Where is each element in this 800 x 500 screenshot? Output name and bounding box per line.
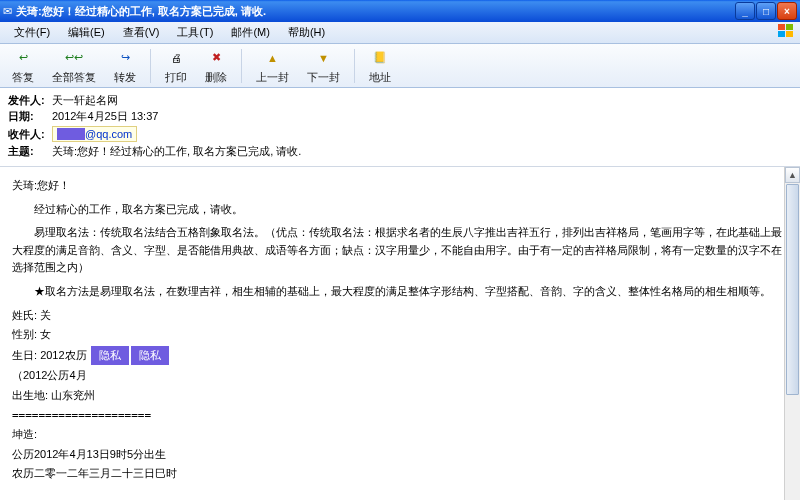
date-value: 2012年4月25日 13:37 xyxy=(52,109,158,124)
scrollbar[interactable]: ▲ ▼ xyxy=(784,167,800,500)
body-line: 经过精心的工作，取名方案已完成，请收。 xyxy=(12,201,788,219)
scroll-thumb[interactable] xyxy=(786,184,799,395)
reply-button[interactable]: ↩答复 xyxy=(6,45,40,87)
menu-tools[interactable]: 工具(T) xyxy=(169,23,221,42)
separator xyxy=(241,49,242,83)
body-line: 易理取名法：传统取名法结合五格剖象取名法。（优点：传统取名法：根据求名者的生辰八… xyxy=(12,224,788,277)
titlebar: ✉ 关琦:您好！经过精心的工作, 取名方案已完成, 请收. _ □ × xyxy=(0,0,800,22)
reply-all-button[interactable]: ↩↩全部答复 xyxy=(46,45,102,87)
menubar: 文件(F) 编辑(E) 查看(V) 工具(T) 邮件(M) 帮助(H) xyxy=(0,22,800,44)
mail-body: 关琦:您好！ 经过精心的工作，取名方案已完成，请收。 易理取名法：传统取名法结合… xyxy=(0,167,800,500)
address-book-icon: 📒 xyxy=(369,47,391,69)
privacy-tag: 隐私 xyxy=(91,346,129,366)
kun: 坤造: xyxy=(12,426,788,444)
maximize-button[interactable]: □ xyxy=(756,2,776,20)
mail-icon: ✉ xyxy=(3,5,12,18)
lunar: 农历二零一二年三月二十三日巳时 xyxy=(12,465,788,483)
gregorian: 公历2012年4月13日9时5分出生 xyxy=(12,446,788,464)
privacy-tag: 隐私 xyxy=(131,346,169,366)
divider: ===================== xyxy=(12,407,788,425)
down-arrow-icon: ▼ xyxy=(313,47,335,69)
reply-all-icon: ↩↩ xyxy=(63,47,85,69)
surname-row: 姓氏: 关 xyxy=(12,307,788,325)
menu-file[interactable]: 文件(F) xyxy=(6,23,58,42)
prev-button[interactable]: ▲上一封 xyxy=(250,45,295,87)
forward-icon: ↪ xyxy=(114,47,136,69)
toolbar: ↩答复 ↩↩全部答复 ↪转发 🖨打印 ✖删除 ▲上一封 ▼下一封 📒地址 xyxy=(0,44,800,88)
next-button[interactable]: ▼下一封 xyxy=(301,45,346,87)
greeting: 关琦:您好！ xyxy=(12,177,788,195)
window-title: 关琦:您好！经过精心的工作, 取名方案已完成, 请收. xyxy=(16,4,266,19)
minimize-button[interactable]: _ xyxy=(735,2,755,20)
subject-value: 关琦:您好！经过精心的工作, 取名方案已完成, 请收. xyxy=(52,144,301,159)
body-line: ★取名方法是易理取名法，在数理吉祥，相生相辅的基础上，最大程度的满足整体字形结构… xyxy=(12,283,788,301)
birth-row2: （2012公历4月 xyxy=(12,367,788,385)
print-icon: 🖨 xyxy=(165,47,187,69)
to-value[interactable]: @qq.com xyxy=(52,126,137,142)
birthplace: 出生地: 山东兖州 xyxy=(12,387,788,405)
print-button[interactable]: 🖨打印 xyxy=(159,45,193,87)
separator xyxy=(354,49,355,83)
from-value: 天一轩起名网 xyxy=(52,93,118,108)
separator xyxy=(150,49,151,83)
up-arrow-icon: ▲ xyxy=(262,47,284,69)
close-button[interactable]: × xyxy=(777,2,797,20)
menu-edit[interactable]: 编辑(E) xyxy=(60,23,113,42)
mail-header: 发件人:天一轩起名网 日期:2012年4月25日 13:37 收件人: @qq.… xyxy=(0,88,800,167)
address-button[interactable]: 📒地址 xyxy=(363,45,397,87)
scroll-up-icon[interactable]: ▲ xyxy=(785,167,800,183)
windows-flag-icon xyxy=(778,24,796,40)
date-label: 日期: xyxy=(8,109,52,124)
subject-label: 主题: xyxy=(8,144,52,159)
delete-button[interactable]: ✖删除 xyxy=(199,45,233,87)
window-controls: _ □ × xyxy=(735,2,797,20)
reply-icon: ↩ xyxy=(12,47,34,69)
sex-row: 性别: 女 xyxy=(12,326,788,344)
from-label: 发件人: xyxy=(8,93,52,108)
forward-button[interactable]: ↪转发 xyxy=(108,45,142,87)
menu-view[interactable]: 查看(V) xyxy=(115,23,168,42)
to-label: 收件人: xyxy=(8,127,52,142)
menu-mail[interactable]: 邮件(M) xyxy=(223,23,278,42)
menu-help[interactable]: 帮助(H) xyxy=(280,23,333,42)
birth-row: 生日: 2012农历 隐私隐私 xyxy=(12,346,788,366)
delete-icon: ✖ xyxy=(205,47,227,69)
